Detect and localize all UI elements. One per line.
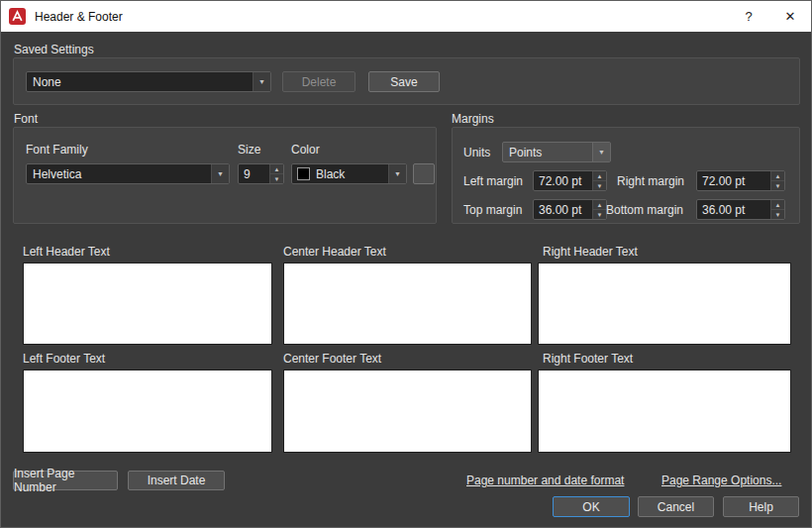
font-size-spinner: ▲ ▼: [238, 163, 284, 184]
units-select[interactable]: Points ▼: [502, 142, 611, 162]
top-margin-input[interactable]: [534, 200, 592, 219]
left-footer-label: Left Footer Text: [23, 352, 105, 366]
bottom-margin-input[interactable]: [697, 200, 770, 219]
insert-date-button[interactable]: Insert Date: [128, 471, 225, 490]
chevron-down-icon: ▼: [592, 143, 610, 161]
saved-settings-group: None ▼ Delete Save: [13, 57, 800, 105]
spin-down-icon[interactable]: ▼: [593, 180, 606, 190]
margins-group: Units Points ▼ Left margin ▲ ▼ Right mar…: [452, 127, 800, 224]
left-margin-spinner: ▲ ▼: [533, 170, 607, 191]
bottom-margin-spinner: ▲ ▼: [696, 199, 785, 220]
close-button[interactable]: ✕: [769, 1, 811, 32]
top-margin-label: Top margin: [463, 203, 522, 217]
save-button[interactable]: Save: [368, 71, 440, 92]
center-header-textarea[interactable]: [283, 263, 532, 345]
spin-down-icon[interactable]: ▼: [771, 180, 784, 190]
saved-settings-label: Saved Settings: [14, 43, 94, 56]
font-section-label: Font: [14, 112, 38, 126]
help-button[interactable]: ?: [728, 1, 769, 32]
acrobat-app-icon: [9, 8, 26, 25]
left-footer-textarea[interactable]: [23, 370, 272, 453]
right-header-label: Right Header Text: [543, 245, 638, 259]
right-margin-input[interactable]: [697, 171, 770, 190]
saved-settings-selected-value: None: [27, 72, 253, 91]
font-size-label: Size: [238, 143, 260, 157]
left-margin-label: Left margin: [463, 174, 523, 188]
right-margin-spinner: ▲ ▼: [696, 170, 785, 191]
spin-up-icon[interactable]: ▲: [593, 171, 606, 180]
units-label: Units: [463, 146, 490, 159]
left-header-textarea[interactable]: [23, 263, 272, 345]
right-margin-spin-buttons: ▲ ▼: [770, 171, 784, 190]
font-family-selected-value: Helvetica: [27, 164, 211, 183]
page-number-date-format-link[interactable]: Page number and date format: [466, 474, 624, 487]
margins-section-label: Margins: [452, 112, 494, 126]
spin-up-icon[interactable]: ▲: [270, 164, 283, 173]
units-selected-value: Points: [503, 143, 592, 161]
page-range-options-link[interactable]: Page Range Options...: [661, 474, 781, 487]
left-header-label: Left Header Text: [23, 245, 110, 259]
spin-down-icon[interactable]: ▼: [593, 209, 606, 219]
right-footer-textarea[interactable]: [538, 370, 791, 453]
left-margin-spin-buttons: ▲ ▼: [592, 171, 606, 190]
font-size-input[interactable]: [239, 164, 269, 183]
saved-settings-select[interactable]: None ▼: [26, 71, 271, 92]
spin-up-icon[interactable]: ▲: [771, 200, 784, 209]
insert-page-number-button[interactable]: Insert Page Number: [13, 471, 118, 490]
right-header-textarea[interactable]: [538, 263, 791, 345]
ok-button[interactable]: OK: [553, 496, 630, 517]
underline-button[interactable]: [413, 163, 435, 184]
delete-button[interactable]: Delete: [282, 71, 355, 92]
font-family-select[interactable]: Helvetica ▼: [26, 163, 230, 184]
header-footer-dialog: Header & Footer ? ✕ Saved Settings None …: [0, 0, 812, 528]
font-color-selected-value: Black: [310, 164, 388, 183]
left-margin-input[interactable]: [534, 171, 592, 190]
center-footer-textarea[interactable]: [283, 370, 532, 453]
font-group: Font Family Helvetica ▼ Size ▲ ▼ Color B…: [13, 127, 437, 224]
font-size-spin-buttons: ▲ ▼: [269, 164, 283, 183]
chevron-down-icon: ▼: [388, 164, 406, 183]
chevron-down-icon: ▼: [253, 72, 270, 91]
window-title: Header & Footer: [35, 10, 728, 24]
chevron-down-icon: ▼: [211, 164, 229, 183]
top-margin-spin-buttons: ▲ ▼: [592, 200, 606, 219]
right-margin-label: Right margin: [617, 174, 684, 188]
spin-up-icon[interactable]: ▲: [593, 200, 606, 209]
help-action-button[interactable]: Help: [723, 496, 799, 517]
center-footer-label: Center Footer Text: [283, 352, 381, 366]
top-margin-spinner: ▲ ▼: [533, 199, 607, 220]
font-color-select[interactable]: Black ▼: [291, 163, 407, 184]
center-header-label: Center Header Text: [283, 245, 386, 259]
right-footer-label: Right Footer Text: [543, 352, 633, 366]
font-family-label: Font Family: [26, 143, 88, 157]
bottom-margin-label: Bottom margin: [606, 203, 683, 217]
cancel-button[interactable]: Cancel: [638, 496, 714, 517]
color-swatch: [297, 167, 310, 180]
font-color-label: Color: [291, 143, 320, 157]
spin-down-icon[interactable]: ▼: [771, 209, 784, 219]
bottom-margin-spin-buttons: ▲ ▼: [770, 200, 784, 219]
spin-down-icon[interactable]: ▼: [270, 173, 283, 183]
spin-up-icon[interactable]: ▲: [771, 171, 784, 180]
titlebar: Header & Footer ? ✕: [1, 1, 811, 32]
